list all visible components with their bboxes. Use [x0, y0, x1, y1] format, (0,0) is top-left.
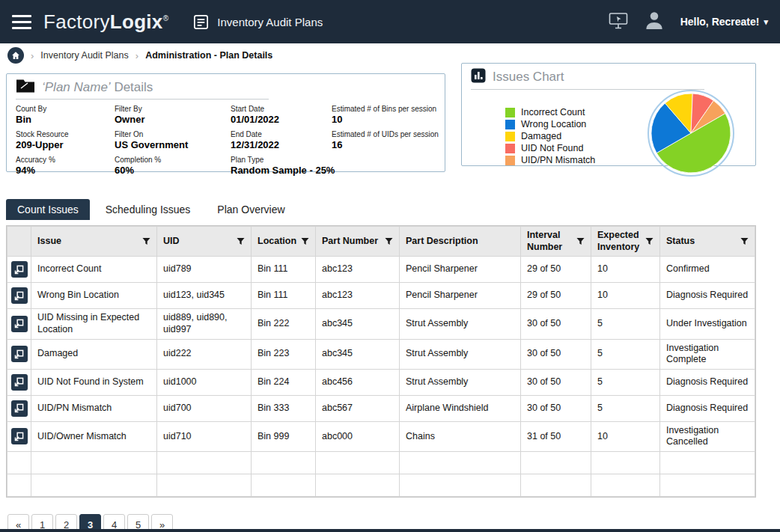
filter-icon[interactable] [301, 237, 309, 245]
breadcrumb-item-inventory-audit-plans[interactable]: Inventory Audit Plans [40, 50, 128, 61]
filter-icon[interactable] [142, 237, 150, 245]
column-label: UID [163, 236, 180, 248]
user-menu[interactable]: Hello, Recreate! ▾ [680, 16, 768, 28]
cell-expected-inventory: 10 [591, 283, 660, 309]
tab-count-issues[interactable]: Count Issues [6, 199, 90, 220]
breadcrumb-separator: › [135, 50, 138, 61]
column-label: Interval Number [527, 230, 573, 253]
menu-icon[interactable] [12, 15, 31, 29]
column-header-inner: Part Number [322, 236, 393, 248]
cell-status: Diagnosis Required [660, 369, 755, 395]
cell-uid: uid789 [157, 257, 252, 283]
column-header-inner: Issue [37, 236, 150, 248]
plan-fields: Count ByBinFilter ByOwnerStart Date01/01… [16, 105, 436, 176]
filter-icon[interactable] [740, 237, 749, 245]
cell-part-number: abc567 [316, 395, 400, 421]
logo-text-factory: Factory [43, 10, 110, 33]
tab-scheduling-issues[interactable]: Scheduling Issues [94, 199, 202, 220]
empty-cell [400, 452, 521, 474]
issues-chart-title-row: Issues Chart [471, 68, 704, 90]
remote-desktop-icon[interactable] [609, 12, 628, 32]
empty-cell [521, 452, 591, 474]
column-header-part-number: Part Number [316, 227, 400, 257]
row-open-cell [7, 283, 31, 309]
legend-label: UID/PN Mismatch [521, 155, 595, 165]
plan-details-panel: ‘Plan Name’ Details Count ByBinFilter By… [6, 73, 445, 172]
table-body: Incorrect Countuid789Bin 111abc123Pencil… [7, 257, 755, 497]
open-record-icon[interactable] [11, 261, 28, 278]
legend-swatch [505, 120, 515, 129]
tab-bar: Count IssuesScheduling IssuesPlan Overvi… [6, 199, 780, 220]
home-icon[interactable] [7, 47, 24, 64]
logo-text-logix: Logix [110, 10, 163, 33]
issues-chart-panel: Issues Chart Incorrect CountWrong Locati… [461, 63, 756, 166]
open-record-icon[interactable] [11, 374, 28, 391]
cell-part-description: Chains [400, 421, 521, 451]
column-label: Location [258, 236, 296, 248]
open-record-icon[interactable] [11, 287, 28, 304]
column-label: Issue [37, 236, 61, 248]
cell-location: Bin 333 [252, 395, 316, 421]
breadcrumb-items: ›Inventory Audit Plans›Administration - … [31, 50, 272, 61]
table-row: Incorrect Countuid789Bin 111abc123Pencil… [7, 257, 755, 283]
empty-cell [591, 474, 660, 497]
greeting-label: Hello, Recreate! [680, 16, 760, 28]
open-record-icon[interactable] [11, 428, 28, 444]
plan-field-start-date: Start Date01/01/2022 [231, 105, 332, 125]
column-header-location: Location [252, 227, 316, 257]
cell-location: Bin 111 [252, 283, 316, 309]
column-header-inner: Location [258, 236, 309, 248]
column-header-part-description: Part Description [400, 227, 521, 257]
cell-issue: UID Missing in Expected Location [31, 309, 157, 339]
empty-cell [7, 452, 31, 474]
breadcrumb-separator: › [31, 50, 34, 61]
row-open-cell [7, 257, 31, 283]
empty-cell [157, 452, 252, 474]
cell-part-number: abc456 [316, 369, 400, 395]
open-record-icon[interactable] [11, 316, 28, 332]
field-value: 12/31/2022 [231, 139, 332, 150]
registered-mark: ® [163, 14, 169, 22]
column-header-expected-inventory: Expected Inventory [591, 227, 660, 257]
field-label: Estimated # of Bins per session [332, 105, 439, 113]
cell-issue: UID Not Found in System [31, 369, 157, 395]
user-avatar-icon[interactable] [643, 9, 665, 34]
legend-label: Wrong Location [521, 119, 586, 129]
cell-expected-inventory: 10 [591, 421, 660, 451]
summary-panels: ‘Plan Name’ Details Count ByBinFilter By… [0, 66, 780, 172]
tab-plan-overview[interactable]: Plan Overview [206, 199, 296, 220]
field-value: Owner [115, 114, 231, 125]
row-open-cell [7, 421, 31, 451]
column-label: Status [666, 236, 695, 248]
filter-icon[interactable] [576, 237, 585, 245]
filter-icon[interactable] [237, 237, 245, 245]
column-header-inner: UID [163, 236, 245, 248]
filter-icon[interactable] [385, 237, 393, 245]
plan-name-placeholder: ‘Plan Name’ [42, 80, 111, 94]
field-label: Start Date [231, 105, 332, 113]
cell-part-number: abc345 [316, 309, 400, 339]
legend-swatch [505, 132, 515, 141]
plan-field-plan-type: Plan TypeRandom Sample - 25% [231, 156, 332, 176]
cell-expected-inventory: 5 [591, 369, 660, 395]
issues-pie-chart [646, 88, 736, 178]
count-issues-table: IssueUIDLocationPart NumberPart Descript… [7, 226, 755, 497]
filter-icon[interactable] [645, 237, 653, 245]
column-header-inner: Expected Inventory [597, 230, 653, 253]
cell-location: Bin 999 [252, 421, 316, 451]
open-record-icon[interactable] [11, 346, 28, 362]
plan-field-estimated-of-uids-per-session: Estimated # of UIDs per session16 [332, 130, 439, 150]
breadcrumb-item-administration-plan-details[interactable]: Administration - Plan Details [145, 50, 272, 61]
plan-details-title: ‘Plan Name’ Details [42, 80, 153, 95]
empty-cell [316, 452, 400, 474]
cell-uid: uid222 [157, 339, 252, 369]
cell-status: Investigation Cancelled [660, 421, 755, 451]
legend-label: Damaged [521, 131, 561, 141]
open-record-icon[interactable] [11, 400, 28, 417]
cell-part-description: Strut Assembly [400, 309, 521, 339]
audit-plan-icon [191, 12, 210, 31]
cell-status: Confirmed [660, 257, 755, 283]
chevron-down-icon: ▾ [764, 17, 768, 27]
field-value: 94% [16, 165, 115, 176]
cell-location: Bin 111 [252, 257, 316, 283]
